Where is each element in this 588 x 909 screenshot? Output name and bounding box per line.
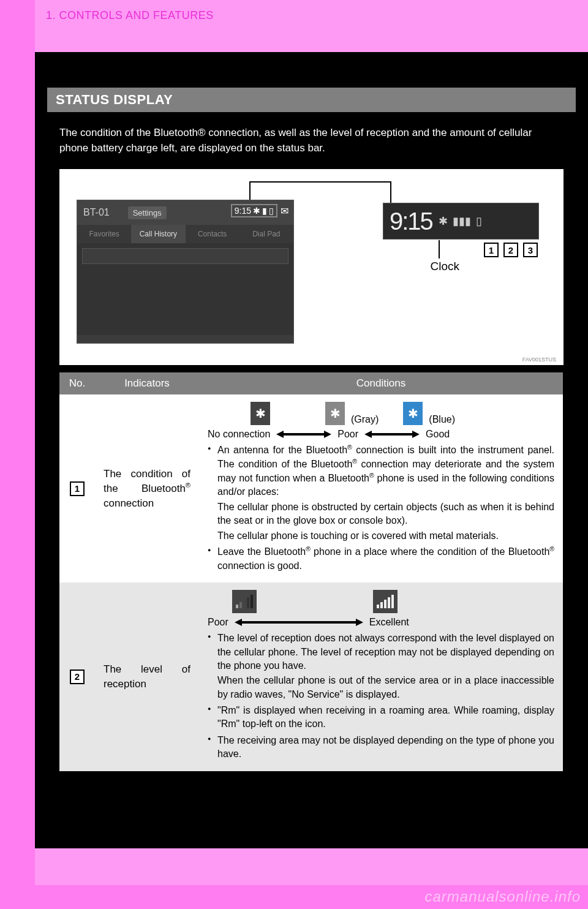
th-conditions: Conditions (199, 372, 563, 394)
blue-label: (Blue) (429, 414, 455, 425)
gray-label: (Gray) (351, 414, 379, 425)
signal-high-icon (373, 590, 398, 613)
td-no: 1 (59, 394, 95, 583)
svg-rect-9 (384, 600, 386, 608)
bullet-item: The receiving area may not be displayed … (208, 734, 554, 761)
bullet-item: The level of reception does not always c… (208, 632, 554, 701)
th-no: No. (59, 372, 95, 394)
mail-icon: ✉ (281, 205, 288, 217)
bt-bullets: An antenna for the Bluetooth® connection… (208, 443, 554, 573)
table-row: 2 The level of reception (59, 583, 563, 771)
clock-label: Clock (430, 260, 459, 273)
phone-top-bar: BT-01 Settings 9:15 ✱ ▮ ▯ ✉ (77, 200, 293, 225)
svg-rect-8 (380, 602, 383, 608)
svg-marker-12 (235, 619, 363, 626)
row-number-icon: 1 (70, 481, 85, 496)
svg-rect-7 (377, 605, 379, 608)
double-arrow-icon (235, 618, 363, 627)
td-conditions: Poor Excellent The level of reception do… (199, 583, 563, 771)
status-table: No. Indicators Conditions 1 The conditio… (59, 372, 563, 771)
th-indicators: Indicators (95, 372, 199, 394)
table-head-row: No. Indicators Conditions (59, 372, 563, 394)
svg-rect-6 (251, 595, 253, 608)
settings-button[interactable]: Settings (128, 206, 167, 219)
battery-icon: ▯ (269, 206, 274, 216)
tab-favorites[interactable]: Favorites (77, 225, 131, 243)
tab-contacts[interactable]: Contacts (186, 225, 239, 243)
pink-band (35, 31, 588, 52)
leader-line (249, 181, 251, 201)
status-figure: BT-01 Settings 9:15 ✱ ▮ ▯ ✉ Favorites Ca… (59, 169, 564, 365)
td-conditions: ✱ ✱ (Gray) ✱ (Blue) No connection Poor (199, 394, 563, 583)
svg-marker-0 (276, 431, 331, 438)
watermark: carmanualsonline.info (425, 888, 581, 905)
signal-low-icon (232, 590, 257, 613)
callout-numbers: 1 2 3 (484, 243, 538, 257)
battery-icon: ▯ (476, 214, 482, 228)
phone-body (77, 243, 293, 335)
svg-rect-4 (243, 600, 246, 608)
leader-line (439, 240, 440, 258)
status-title: STATUS DISPLAY (56, 92, 173, 108)
bullet-item: Leave the Bluetooth® phone in a place wh… (208, 545, 554, 573)
phone-tabs: Favorites Call History Contacts Dial Pad (77, 225, 293, 243)
bt-blue-icon: ✱ (403, 402, 423, 425)
tab-dial-pad[interactable]: Dial Pad (239, 225, 293, 243)
callout-3: 3 (523, 243, 538, 257)
poor-label: Poor (337, 429, 358, 440)
signal-icon: ▮ (262, 206, 267, 216)
bt-gray-icon: ✱ (325, 402, 345, 425)
svg-rect-10 (388, 597, 390, 608)
left-sidebar (0, 0, 35, 909)
status-title-bar: STATUS DISPLAY (47, 88, 576, 112)
callout-2: 2 (503, 243, 518, 257)
bluetooth-icon: ✱ (439, 214, 448, 228)
svg-rect-2 (236, 605, 238, 608)
td-indicator: The condition of the Bluetooth® connecti… (95, 394, 199, 583)
list-row[interactable] (82, 248, 288, 264)
double-arrow-icon (276, 430, 331, 439)
row-number-icon: 2 (70, 669, 85, 684)
phone-status-area: 9:15 ✱ ▮ ▯ ✉ (231, 204, 288, 217)
figure-tag: FAV001STUS (522, 356, 556, 363)
bullet-item: "Rm" is displayed when receiving in a ro… (208, 704, 554, 731)
header-band: 1. CONTROLS AND FEATURES (35, 0, 588, 31)
svg-marker-1 (364, 431, 420, 438)
page-body: STATUS DISPLAY The condition of the Blue… (35, 52, 588, 848)
phone-screenshot: BT-01 Settings 9:15 ✱ ▮ ▯ ✉ Favorites Ca… (77, 200, 294, 344)
intro-paragraph: The condition of the Bluetooth® connecti… (59, 126, 564, 156)
bullet-subtext: The cellular phone is touching or is cov… (217, 529, 554, 543)
svg-rect-3 (239, 602, 242, 608)
bullet-subtext: The cellular phone is obstructed by cert… (217, 500, 554, 528)
bt-noconn-icon: ✱ (251, 402, 270, 425)
bt-legend-scale: No connection Poor Good (208, 429, 554, 440)
section-heading: 1. CONTROLS AND FEATURES (35, 0, 588, 22)
bullet-item: An antenna for the Bluetooth® connection… (208, 443, 554, 543)
phone-title: BT-01 (77, 207, 110, 218)
bullet-subtext: When the cellular phone is out of the se… (217, 674, 554, 701)
signal-legend-scale: Poor Excellent (208, 617, 554, 628)
signal-legend-icons (208, 590, 554, 613)
phone-status-box: 9:15 ✱ ▮ ▯ (231, 204, 277, 217)
bluetooth-icon: ✱ (253, 206, 260, 216)
signal-bullets: The level of reception does not always c… (208, 632, 554, 761)
td-no: 2 (59, 583, 95, 771)
callout-1: 1 (484, 243, 499, 257)
excellent-label: Excellent (369, 617, 409, 628)
footer-band (35, 848, 588, 885)
tab-call-history[interactable]: Call History (131, 225, 185, 243)
status-zoom: 9:15 ✱ ▮▮▮ ▯ (383, 203, 539, 240)
bt-legend-icons: ✱ ✱ (Gray) ✱ (Blue) (208, 402, 554, 425)
signal-icon: ▮▮▮ (453, 214, 471, 228)
good-label: Good (426, 429, 450, 440)
svg-rect-11 (391, 595, 394, 608)
leader-line (249, 181, 390, 183)
svg-rect-5 (247, 597, 249, 608)
noconn-label: No connection (208, 429, 270, 440)
zoom-time: 9:15 (383, 208, 439, 235)
zoom-icons: ✱ ▮▮▮ ▯ (439, 214, 487, 228)
double-arrow-icon (364, 430, 420, 439)
phone-time: 9:15 (235, 206, 251, 216)
table-row: 1 The condition of the Bluetooth® connec… (59, 394, 563, 583)
td-indicator: The level of reception (95, 583, 199, 771)
